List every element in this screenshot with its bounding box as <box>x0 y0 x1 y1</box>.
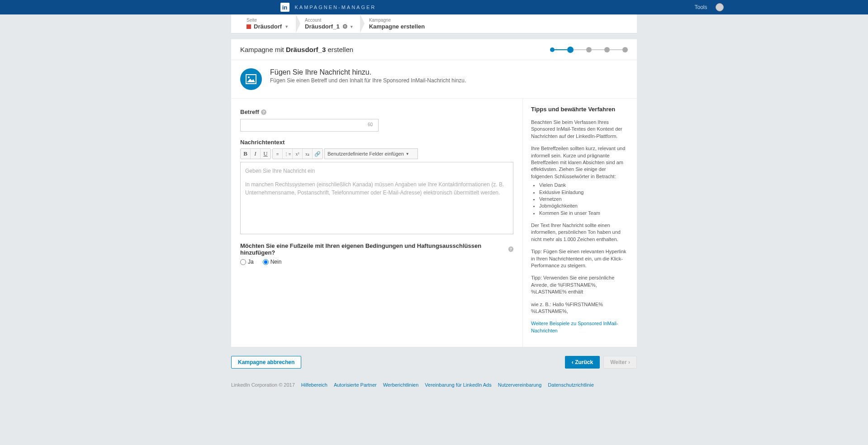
chevron-down-icon: ▼ <box>406 152 409 156</box>
tip-text: Tipp: Verwenden Sie eine persönliche Anr… <box>531 275 629 295</box>
section-title: Fügen Sie Ihre Nachricht hinzu. <box>270 68 466 76</box>
topbar: in KAMPAGNEN-MANAGER Tools <box>0 0 868 14</box>
tip-text: Der Text Ihrer Nachricht sollte einen in… <box>531 222 629 243</box>
step-line <box>555 49 567 50</box>
italic-button[interactable]: I <box>251 149 261 159</box>
message-body-editor[interactable]: Geben Sie Ihre Nachricht ein In manchen … <box>240 162 513 234</box>
page-color-icon <box>247 24 251 29</box>
footer-no-radio[interactable]: Nein <box>263 259 282 265</box>
next-button[interactable]: Weiter › <box>603 356 637 369</box>
breadcrumb-campaign-label: Kampagne <box>369 18 425 23</box>
tip-bullet: Exklusive Einladung <box>539 189 629 196</box>
section-subtitle: Fügen Sie einen Betreff und den Inhalt f… <box>270 77 466 84</box>
editor-toolbar: B I U ≡ ⋮≡ x² x₂ 🔗 Benutzerdefinierte Fe… <box>240 148 513 159</box>
footer-link[interactable]: Nutzervereinbarung <box>498 382 542 388</box>
tips-title: Tipps und bewährte Verfahren <box>531 106 629 113</box>
tips-sidebar: Tipps und bewährte Verfahren Beachten Si… <box>523 99 637 347</box>
chevron-down-icon[interactable]: ▾ <box>351 24 353 29</box>
logo-area: in KAMPAGNEN-MANAGER <box>280 3 376 12</box>
tip-text: Beachten Sie beim Verfassen Ihres Sponso… <box>531 119 629 140</box>
tips-link[interactable]: Weitere Beispiele zu Sponsored InMail-Na… <box>531 320 629 334</box>
page-footer: LinkedIn Corporation © 2017 Hilfebereich… <box>231 382 637 388</box>
message-header: Fügen Sie Ihre Nachricht hinzu. Fügen Si… <box>231 60 637 98</box>
custom-fields-dropdown[interactable]: Benutzerdefinierte Felder einfügen ▼ <box>324 148 418 159</box>
step-3-dot <box>586 47 592 52</box>
avatar[interactable] <box>716 3 724 11</box>
wizard-title: Kampagne mit Dräusdorf_3 erstellen <box>240 46 353 53</box>
step-line <box>610 49 622 50</box>
step-5-dot <box>622 47 628 52</box>
breadcrumb-account[interactable]: Account Dräusdorf_1 ⚙▾ <box>297 18 361 30</box>
subject-label: Betreff ? <box>240 109 513 115</box>
image-icon <box>240 68 262 90</box>
cancel-button[interactable]: Kampagne abbrechen <box>231 356 301 369</box>
breadcrumb: Seite Dräusdorf ▼ Account Dräusdorf_1 ⚙▾… <box>231 14 637 33</box>
tip-text: Tipp: Fügen Sie einen relevanten Hyperli… <box>531 248 629 269</box>
help-icon[interactable]: ? <box>508 246 514 252</box>
app-title: KAMPAGNEN-MANAGER <box>295 5 376 10</box>
breadcrumb-page-value: Dräusdorf <box>254 23 282 30</box>
back-button[interactable]: ‹ Zurück <box>565 356 600 369</box>
subject-char-count: 60 <box>368 122 373 127</box>
unordered-list-button[interactable]: ⋮≡ <box>283 149 293 159</box>
tools-link[interactable]: Tools <box>694 4 707 10</box>
ordered-list-button[interactable]: ≡ <box>273 149 283 159</box>
step-1-dot <box>550 47 555 52</box>
body-label: Nachrichtentext <box>240 139 513 146</box>
tip-text: Ihre Betreffzeilen sollten kurz, relevan… <box>531 145 629 180</box>
svg-point-1 <box>248 76 250 78</box>
step-2-dot <box>567 47 574 53</box>
bold-button[interactable]: B <box>241 149 251 159</box>
subject-input[interactable] <box>240 119 379 132</box>
tip-bullet: Vernetzen <box>539 196 629 203</box>
footer-link[interactable]: Werberichtlinien <box>383 382 419 388</box>
step-4-dot <box>604 47 610 52</box>
help-icon[interactable]: ? <box>261 109 266 115</box>
footer-link[interactable]: Datenschutzrichtlinie <box>548 382 594 388</box>
breadcrumb-page-label: Seite <box>247 18 289 23</box>
gear-icon[interactable]: ⚙ <box>342 23 348 30</box>
footer-link[interactable]: Autorisierte Partner <box>334 382 377 388</box>
breadcrumb-account-label: Account <box>305 18 353 23</box>
footer-yes-radio[interactable]: Ja <box>240 259 254 265</box>
linkedin-logo-icon[interactable]: in <box>280 3 289 12</box>
link-button[interactable]: 🔗 <box>313 149 323 159</box>
editor-placeholder-line: Geben Sie Ihre Nachricht ein <box>245 167 508 175</box>
chevron-down-icon[interactable]: ▼ <box>285 24 289 29</box>
wizard-header: Kampagne mit Dräusdorf_3 erstellen <box>231 39 637 60</box>
breadcrumb-campaign: Kampagne Kampagne erstellen <box>361 18 433 30</box>
tip-text: wie z. B.: Hallo %FIRSTNAME% %LASTNAME%, <box>531 301 629 315</box>
tip-bullets: Vielen Dank Exklusive Einladung Vernetze… <box>531 182 629 217</box>
footer-question: Möchten Sie eine Fußzeile mit Ihren eige… <box>240 242 513 256</box>
copyright: LinkedIn Corporation © 2017 <box>231 382 295 388</box>
underline-button[interactable]: U <box>261 149 270 159</box>
main-column: Betreff ? 60 Nachrichtentext B I U ≡ ⋮≡ … <box>231 99 523 347</box>
bottom-buttons: Kampagne abbrechen ‹ Zurück Weiter › <box>231 356 637 369</box>
footer-link[interactable]: Hilfebereich <box>301 382 327 388</box>
tip-bullet: Vielen Dank <box>539 182 629 189</box>
editor-placeholder-line: In manchen Rechtssystemen (einschließlic… <box>245 180 508 197</box>
tip-bullet: Jobmöglichkeiten <box>539 203 629 209</box>
breadcrumb-page[interactable]: Seite Dräusdorf ▼ <box>238 18 297 30</box>
breadcrumb-campaign-value: Kampagne erstellen <box>369 23 425 30</box>
step-line <box>574 49 586 50</box>
footer-link[interactable]: Vereinbarung für LinkedIn Ads <box>425 382 491 388</box>
superscript-button[interactable]: x² <box>293 149 303 159</box>
step-line <box>592 49 604 50</box>
wizard-steps <box>550 47 628 53</box>
breadcrumb-account-value: Dräusdorf_1 <box>305 23 340 30</box>
tip-bullet: Kommen Sie in unser Team <box>539 210 629 217</box>
subscript-button[interactable]: x₂ <box>303 149 313 159</box>
